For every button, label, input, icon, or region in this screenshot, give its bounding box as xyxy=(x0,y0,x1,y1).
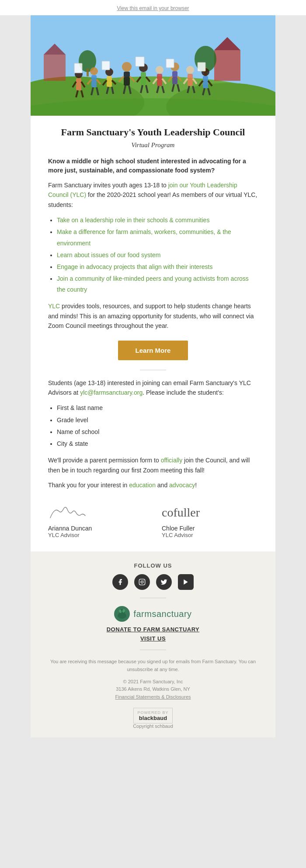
include-2: Grade level xyxy=(57,415,258,426)
bullet-5: Join a community of like-minded peers an… xyxy=(57,273,258,295)
svg-rect-6 xyxy=(44,55,66,81)
svg-rect-69 xyxy=(166,59,174,68)
svg-rect-37 xyxy=(141,72,146,85)
instagram-icon[interactable] xyxy=(134,574,150,590)
twitter-icon[interactable] xyxy=(156,574,172,590)
svg-point-30 xyxy=(122,62,132,72)
footer-address: © 2021 Farm Sanctuary, Inc 3136 Aikens R… xyxy=(48,678,258,701)
svg-rect-25 xyxy=(107,76,112,87)
officially-link[interactable]: officially xyxy=(161,457,183,464)
page-subtitle: Virtual Program xyxy=(48,141,258,149)
bullet-2: Make a difference for farm animals, work… xyxy=(57,227,258,248)
bullet-4-link[interactable]: Engage in advocacy projects that align w… xyxy=(57,263,212,270)
education-link[interactable]: education xyxy=(129,482,156,489)
footer-divider-1 xyxy=(140,598,166,598)
social-icons-group xyxy=(48,574,258,590)
svg-rect-72 xyxy=(139,579,145,585)
hero-image xyxy=(31,15,275,116)
svg-rect-67 xyxy=(102,61,110,70)
main-content: Farm Sanctuary's Youth Leadership Counci… xyxy=(31,116,275,551)
intro-body-text: Farm Sanctuary invites youth ages 13-18 … xyxy=(48,180,258,210)
svg-point-73 xyxy=(141,581,143,583)
svg-rect-13 xyxy=(76,78,81,90)
signature-chloe: cofuller Chloe Fuller YLC Advisor xyxy=(162,498,258,538)
include-1: First & last name xyxy=(57,403,258,413)
svg-rect-49 xyxy=(172,71,177,84)
email-link[interactable]: ylc@farmsanctuary.org xyxy=(80,389,143,396)
include-3: Name of school xyxy=(57,427,258,437)
svg-point-18 xyxy=(90,67,98,75)
signature-arianna-cursive xyxy=(48,501,144,523)
followup-text: We'll provide a parent permission form t… xyxy=(48,455,258,475)
signature-arianna: Arianna Duncan YLC Advisor xyxy=(48,498,144,538)
include-list: First & last name Grade level Name of sc… xyxy=(57,403,258,449)
svg-rect-61 xyxy=(203,76,208,88)
advocacy-link[interactable]: advocacy xyxy=(169,482,195,489)
ylc-blurb: YLC provides tools, resources, and suppo… xyxy=(48,301,258,331)
svg-rect-31 xyxy=(124,72,130,86)
bullet-1: Take on a leadership role in their schoo… xyxy=(57,215,258,226)
signature-arianna-name: Arianna Duncan xyxy=(48,525,144,532)
benefits-list: Take on a leadership role in their schoo… xyxy=(57,215,258,295)
thanks-text: Thank you for your interest in education… xyxy=(48,480,258,490)
signature-chloe-cursive: cofuller xyxy=(162,501,258,523)
svg-rect-66 xyxy=(74,63,82,73)
follow-us-label: FOLLOW US xyxy=(48,562,258,569)
blackbaud-label: blackbaud xyxy=(137,715,168,721)
copyright-text: © 2021 Farm Sanctuary, Inc xyxy=(48,678,258,686)
learn-more-button[interactable]: Learn More xyxy=(118,341,188,360)
svg-point-74 xyxy=(143,580,144,581)
svg-rect-70 xyxy=(198,62,205,71)
svg-rect-43 xyxy=(157,74,162,86)
signature-chloe-title: YLC Advisor xyxy=(162,532,258,538)
bullet-5-link[interactable]: Join a community of like-minded peers an… xyxy=(57,275,249,293)
svg-rect-11 xyxy=(87,69,89,76)
svg-rect-19 xyxy=(91,75,97,87)
bullet-2-link[interactable]: Make a difference for farm animals, work… xyxy=(57,228,231,246)
page-title: Farm Sanctuary's Youth Leadership Counci… xyxy=(48,127,258,138)
signature-section: Arianna Duncan YLC Advisor cofuller Chlo… xyxy=(48,498,258,538)
footer-fine-print: You are receiving this message because y… xyxy=(48,658,258,673)
bullet-4: Engage in advocacy projects that align w… xyxy=(57,262,258,272)
svg-point-54 xyxy=(186,66,194,74)
farmsanctuary-logo: farmsanctuary xyxy=(48,606,258,622)
financial-link[interactable]: Financial Statements & Disclosures xyxy=(115,694,191,699)
youtube-icon[interactable] xyxy=(178,574,194,590)
svg-point-42 xyxy=(156,66,163,74)
footer-divider-2 xyxy=(140,650,166,650)
svg-rect-68 xyxy=(136,57,144,66)
visit-link[interactable]: VISIT US xyxy=(48,635,258,642)
section-divider xyxy=(140,370,166,370)
zoom-council-text: Zoom Council xyxy=(48,322,86,329)
logo-icon xyxy=(114,606,130,622)
powered-by-badge: POWERED BY blackbaud xyxy=(133,708,172,723)
footer: FOLLOW US xyxy=(31,551,275,737)
powered-label: POWERED BY xyxy=(137,710,168,715)
hero-illustration xyxy=(31,15,275,116)
include-4: City & state xyxy=(57,438,258,449)
email-section-text: Students (age 13-18) interested in joini… xyxy=(48,378,258,398)
footer-links: DONATE TO FARM SANCTUARY VISIT US xyxy=(48,626,258,642)
address-text: 3136 Aikens Rd, Watkins Glen, NY xyxy=(48,685,258,693)
signature-chloe-name: Chloe Fuller xyxy=(162,525,258,532)
footer-copyright-bottom: Copyright schbaud xyxy=(48,723,258,729)
logo-text: farmsanctuary xyxy=(133,609,191,619)
svg-marker-75 xyxy=(184,579,188,585)
ylc-link-1[interactable]: join our Youth Leadership Council (YLC) xyxy=(48,182,237,198)
bullet-1-link[interactable]: Take on a leadership role in their schoo… xyxy=(57,217,209,224)
svg-rect-55 xyxy=(188,74,193,86)
view-in-browser-link[interactable]: View this email in your browser xyxy=(117,5,189,11)
svg-rect-4 xyxy=(214,50,240,81)
donate-link[interactable]: DONATE TO FARM SANCTUARY xyxy=(48,626,258,633)
bullet-3-link[interactable]: Learn about issues of our food system xyxy=(57,251,160,258)
ylc-link-2[interactable]: YLC xyxy=(48,303,60,310)
facebook-icon[interactable] xyxy=(112,574,128,590)
signature-arianna-title: YLC Advisor xyxy=(48,532,144,538)
intro-bold-text: Know a middle or high school student int… xyxy=(48,157,258,175)
bullet-3: Learn about issues of our food system xyxy=(57,250,258,261)
